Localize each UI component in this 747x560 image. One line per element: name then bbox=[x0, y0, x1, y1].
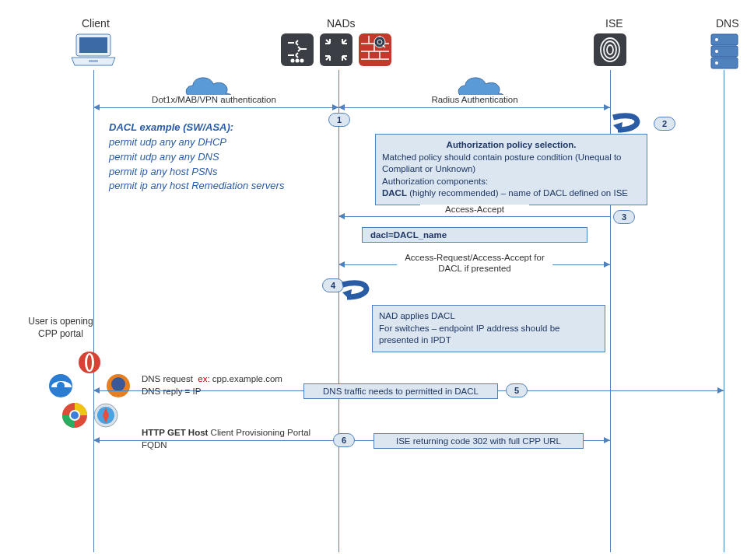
arrow-head-icon bbox=[338, 261, 345, 268]
lifeline-client bbox=[93, 70, 94, 552]
user-opening-cpp-label: User is opening CPP portal bbox=[22, 316, 100, 340]
arrow-head-icon bbox=[604, 261, 610, 268]
self-loop-icon bbox=[612, 113, 649, 137]
self-loop-icon bbox=[341, 280, 378, 304]
server-icon bbox=[710, 33, 739, 72]
authz-policy-box: Authorization policy selection. Matched … bbox=[375, 134, 647, 205]
router-icon bbox=[319, 33, 353, 69]
dacl-example-text: DACL example (SW/ASA): permit udp any an… bbox=[109, 121, 335, 194]
arrow-head-icon bbox=[604, 104, 610, 110]
arrow bbox=[93, 107, 338, 108]
step-badge-2: 2 bbox=[654, 117, 675, 131]
lifeline-nads bbox=[338, 70, 339, 552]
arrow-head-icon bbox=[717, 387, 724, 394]
authz-policy-l3: Authorization components: bbox=[382, 176, 640, 188]
svg-point-38 bbox=[111, 377, 125, 391]
svg-point-4 bbox=[296, 60, 299, 62]
nad-applies-box: NAD applies DACL For switches – endpoint… bbox=[372, 305, 605, 352]
msg-radius-auth: Radius Authentication bbox=[412, 95, 537, 104]
http-get-pre: HTTP GET Host bbox=[142, 428, 211, 437]
svg-point-5 bbox=[292, 60, 294, 62]
svg-point-27 bbox=[715, 38, 718, 41]
svg-point-6 bbox=[301, 60, 303, 62]
arrow bbox=[338, 107, 610, 108]
step-badge-6: 6 bbox=[333, 433, 355, 447]
arrow bbox=[338, 216, 610, 217]
col-client-label: Client bbox=[82, 17, 110, 30]
dacl-example-l2: permit udp any any DNS bbox=[109, 151, 219, 163]
col-ise-label: ISE bbox=[605, 17, 623, 30]
col-nads-label: NADs bbox=[327, 17, 356, 30]
svg-point-29 bbox=[715, 61, 718, 65]
browsers-cluster-icon bbox=[39, 348, 140, 436]
arrow-head-icon bbox=[93, 104, 100, 110]
msg-access-req-dacl: Access-Request/Access-Accept for DACL if… bbox=[397, 253, 552, 275]
svg-rect-1 bbox=[79, 37, 107, 53]
nad-applies-l1: NAD applies DACL bbox=[379, 310, 598, 323]
dacl-example-l3: permit ip any host PSNs bbox=[109, 166, 217, 177]
switch-icon bbox=[280, 33, 314, 69]
dns-req-ex: ex: bbox=[195, 374, 212, 383]
authz-policy-title: Authorization policy selection. bbox=[447, 140, 577, 149]
firewall-icon bbox=[358, 33, 392, 69]
arrow-head-icon bbox=[338, 213, 345, 219]
dns-request-label: DNS request ex: cpp.example.com DNS repl… bbox=[142, 373, 282, 397]
svg-point-41 bbox=[71, 411, 79, 419]
dns-req-pre: DNS request bbox=[142, 374, 193, 383]
http-get-label: HTTP GET Host Client Provisioning Portal… bbox=[142, 427, 321, 451]
svg-rect-8 bbox=[359, 33, 391, 66]
dacl-example-title: DACL example (SW/ASA): bbox=[109, 121, 233, 133]
nad-applies-l2: For switches – endpoint IP address shoul… bbox=[379, 323, 598, 347]
authz-policy-l4a: DACL bbox=[382, 188, 407, 198]
authz-policy-l2: Matched policy should contain posture co… bbox=[382, 152, 640, 176]
authz-policy-l4b: (highly recommended) – name of DACL defi… bbox=[407, 188, 628, 198]
msg-auth-client: Dot1x/MAB/VPN authentication bbox=[132, 95, 296, 104]
arrow-head-icon bbox=[93, 387, 100, 394]
dacl-name-box: dacl=DACL_name bbox=[362, 227, 587, 243]
svg-point-36 bbox=[57, 382, 65, 390]
fingerprint-icon bbox=[593, 33, 627, 69]
arrow-head-icon bbox=[338, 104, 345, 110]
arrow-head-icon bbox=[332, 104, 338, 110]
svg-rect-2 bbox=[89, 60, 98, 62]
msg-access-accept: Access-Accept bbox=[420, 205, 529, 214]
laptop-icon bbox=[70, 33, 117, 69]
dns-reply: DNS reply = IP bbox=[142, 387, 201, 396]
step-badge-3: 3 bbox=[613, 210, 635, 224]
dns-req-host: cpp.example.com bbox=[212, 374, 282, 383]
dacl-example-l1: permit udp any any DHCP bbox=[109, 136, 226, 148]
ise-302-box: ISE returning code 302 with full CPP URL bbox=[374, 433, 584, 449]
col-dns-label: DNS bbox=[716, 17, 739, 30]
arrow-head-icon bbox=[93, 437, 100, 443]
svg-rect-7 bbox=[320, 33, 352, 66]
svg-point-28 bbox=[715, 50, 718, 53]
arrow-head-icon bbox=[604, 437, 610, 443]
lifeline-dns bbox=[724, 70, 724, 552]
dacl-name-text: dacl=DACL_name bbox=[370, 230, 447, 240]
dacl-example-l4: permit ip any host Remediation servers bbox=[109, 180, 284, 191]
step-badge-5: 5 bbox=[506, 383, 528, 397]
svg-point-34 bbox=[87, 355, 92, 370]
dns-permit-box: DNS traffic needs to permitted in DACL bbox=[303, 383, 498, 399]
